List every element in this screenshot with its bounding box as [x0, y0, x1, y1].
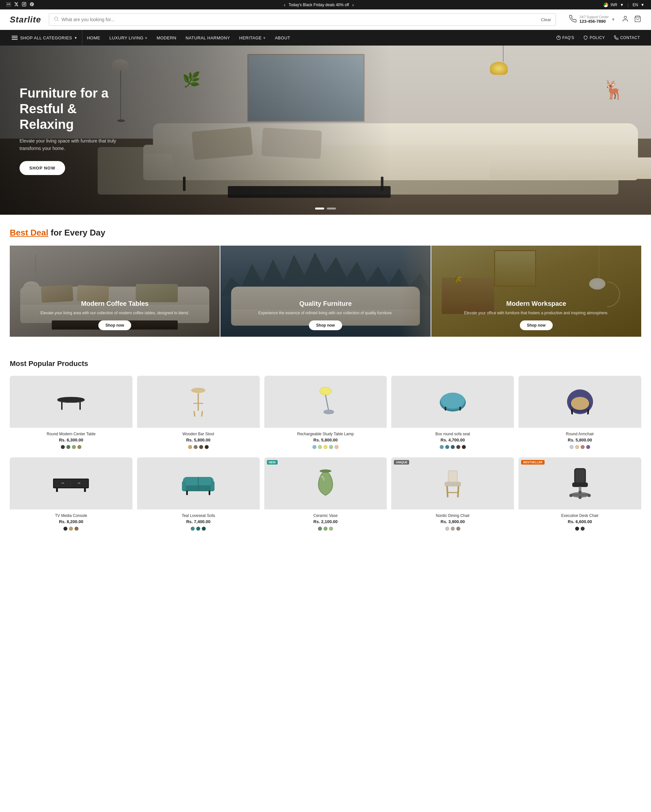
product-card-6-info: TV Media Console Rs. 8,200.00 [10, 510, 133, 534]
color-swatch[interactable] [318, 527, 322, 531]
nav-item-home[interactable]: HOME [83, 30, 105, 46]
color-swatch[interactable] [312, 445, 316, 449]
color-swatch[interactable] [194, 445, 197, 449]
currency-dropdown-icon[interactable]: ▼ [620, 3, 623, 7]
svg-rect-0 [22, 2, 26, 6]
color-swatch[interactable] [63, 527, 67, 531]
hero-dot-1[interactable] [315, 208, 324, 209]
color-swatch[interactable] [196, 527, 200, 531]
color-swatch[interactable] [456, 527, 460, 531]
color-swatch[interactable] [451, 527, 455, 531]
nav-item-natural[interactable]: NATURAL HARMONY [181, 30, 235, 46]
cart-icon[interactable] [634, 15, 641, 24]
product-card-3[interactable]: Rechargeable Study Table Lamp Rs. 5,800.… [264, 376, 387, 453]
product-card-8[interactable]: NEW Ceramic Vase Rs. 2,100.00 [264, 457, 387, 534]
color-swatch[interactable] [575, 445, 579, 449]
color-swatch[interactable] [61, 445, 65, 449]
nav-item-contact[interactable]: CONTACT [609, 30, 645, 45]
color-swatch[interactable] [324, 445, 327, 449]
color-swatch[interactable] [78, 445, 81, 449]
deal-card-1[interactable]: Modern Coffee Tables Elevate your living… [10, 246, 220, 337]
color-swatch[interactable] [456, 445, 460, 449]
pinterest-icon[interactable] [30, 2, 34, 8]
product-card-6[interactable]: TV Media Console Rs. 8,200.00 [10, 457, 133, 534]
support-dropdown-icon[interactable]: ▼ [611, 17, 615, 22]
deal-card-3[interactable]: 🌾 Modern Workspace Elevate your office w… [431, 246, 641, 337]
product-card-7-img [137, 457, 260, 510]
color-swatch[interactable] [75, 527, 78, 531]
deal-card-2[interactable]: Quality Furniture Experience the essence… [220, 246, 430, 337]
color-swatch[interactable] [199, 445, 203, 449]
color-swatch[interactable] [335, 445, 339, 449]
color-swatch[interactable] [205, 445, 209, 449]
product-card-8-info: Ceramic Vase Rs. 2,100.00 [264, 510, 387, 534]
color-swatch[interactable] [570, 445, 573, 449]
color-swatch[interactable] [462, 445, 466, 449]
promo-bar: ‹ Today's Black Friday deals 40% off › [34, 2, 604, 8]
promo-prev-arrow[interactable]: ‹ [284, 2, 286, 8]
product-card-9[interactable]: UNIQUE Nordic Dining Chair Rs. 3,90 [391, 457, 514, 534]
deal-card-3-button[interactable]: Shop now [520, 321, 553, 330]
language-label: EN [633, 3, 638, 7]
color-swatch[interactable] [575, 527, 579, 531]
logo[interactable]: Starlite [10, 15, 42, 25]
product-card-2[interactable]: Wooden Bar Stool Rs. 5,800.00 [137, 376, 260, 453]
color-swatch[interactable] [445, 445, 449, 449]
popular-products-title: Most Popular Products [10, 359, 641, 368]
twitter-icon[interactable] [14, 2, 18, 8]
product-card-3-name: Rechargeable Study Table Lamp [268, 432, 383, 436]
hero-cta-button[interactable]: SHOP NOW [20, 161, 65, 175]
color-swatch[interactable] [581, 527, 585, 531]
color-swatch[interactable] [440, 445, 444, 449]
main-nav: SHOP ALL CATEGORIES ▼ HOME LUXURY LIVING… [0, 30, 651, 46]
nav-item-heritage[interactable]: HERITAGE + [235, 30, 270, 46]
color-swatch[interactable] [188, 445, 192, 449]
nav-item-luxury[interactable]: LUXURY LIVING + [105, 30, 152, 46]
color-swatch[interactable] [445, 527, 449, 531]
product-card-5-name: Round Armchair [523, 432, 637, 436]
deal-card-2-content: Quality Furniture Experience the essence… [220, 293, 430, 337]
search-input[interactable] [61, 17, 538, 22]
nav-faqs-label: FAQ's [562, 35, 575, 40]
products-grid-row2: TV Media Console Rs. 8,200.00 [10, 457, 641, 534]
nav-item-shop-all[interactable]: SHOP ALL CATEGORIES ▼ [6, 30, 83, 46]
color-swatch[interactable] [586, 445, 590, 449]
product-card-7[interactable]: Teal Loveseat Sofa Rs. 7,400.00 [137, 457, 260, 534]
color-swatch[interactable] [581, 445, 585, 449]
nav-item-modern[interactable]: MODERN [152, 30, 181, 46]
color-swatch[interactable] [451, 445, 455, 449]
nav-item-policy[interactable]: POLICY [579, 30, 609, 45]
nav-item-faqs[interactable]: FAQ's [552, 30, 579, 45]
facebook-icon[interactable]:  [6, 2, 11, 8]
product-card-10-info: Executive Desk Chair Rs. 6,600.00 [518, 510, 641, 534]
product-card-10[interactable]: BESTSELLER [518, 457, 641, 534]
color-swatch[interactable] [72, 445, 76, 449]
deal-card-2-title: Quality Furniture [227, 300, 424, 307]
deal-card-1-button[interactable]: Shop now [98, 321, 131, 330]
nav-item-about[interactable]: ABOUT [270, 30, 295, 46]
svg-rect-36 [56, 488, 58, 492]
color-swatch[interactable] [329, 527, 333, 531]
hero-dot-2[interactable] [327, 208, 336, 209]
language-dropdown-icon[interactable]: ▼ [640, 3, 645, 7]
color-swatch[interactable] [329, 445, 333, 449]
color-swatch[interactable] [202, 527, 206, 531]
color-swatch[interactable] [69, 527, 73, 531]
search-clear-button[interactable]: Clear [541, 17, 551, 22]
user-icon[interactable] [622, 15, 629, 24]
product-card-5[interactable]: Round Armchair Rs. 5,800.00 [518, 376, 641, 453]
product-card-7-price: Rs. 7,400.00 [141, 519, 256, 524]
color-swatch[interactable] [318, 445, 322, 449]
promo-next-arrow[interactable]: › [352, 2, 354, 8]
product-card-4[interactable]: Box round sofa seat Rs. 4,700.00 [391, 376, 514, 453]
deal-card-2-button[interactable]: Shop now [309, 321, 342, 330]
product-card-5-img [518, 376, 641, 428]
social-links[interactable]:  [6, 2, 34, 8]
instagram-icon[interactable] [22, 2, 26, 8]
color-swatch[interactable] [66, 445, 70, 449]
color-swatch[interactable] [324, 527, 327, 531]
svg-point-29 [571, 397, 589, 410]
support-info: 24/7 Support Center 123-456-7890 ▼ [569, 15, 615, 24]
product-card-1[interactable]: Round Modern Center Table Rs. 6,300.00 [10, 376, 133, 453]
color-swatch[interactable] [191, 527, 195, 531]
